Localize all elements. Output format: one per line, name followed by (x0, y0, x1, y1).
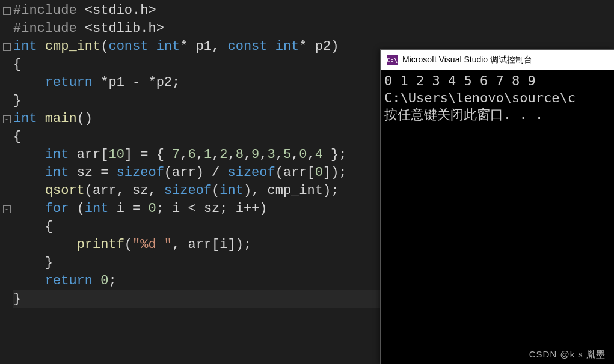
fold-toggle[interactable]: - (3, 205, 11, 213)
fold-line (7, 56, 7, 74)
debug-console-window[interactable]: C:\ Microsoft Visual Studio 调试控制台 0 1 2 … (380, 49, 614, 364)
code-line[interactable]: { (13, 128, 380, 146)
fold-gutter: ---- (0, 0, 13, 364)
code-area[interactable]: #include <stdio.h>#include <stdlib.h>int… (13, 0, 380, 364)
code-line[interactable]: } (13, 290, 380, 308)
fold-toggle[interactable]: - (3, 7, 11, 15)
code-line[interactable]: { (13, 56, 380, 74)
code-line[interactable]: { (13, 218, 380, 236)
fold-line (7, 146, 7, 164)
vs-icon: C:\ (387, 55, 398, 65)
fold-line (7, 128, 7, 146)
code-line[interactable]: return 0; (13, 272, 380, 290)
code-line[interactable]: printf("%d ", arr[i]); (13, 236, 380, 254)
fold-line (7, 182, 7, 200)
code-line[interactable]: for (int i = 0; i < sz; i++) (13, 200, 380, 218)
code-editor[interactable]: ---- #include <stdio.h>#include <stdlib.… (0, 0, 380, 364)
fold-toggle[interactable]: - (3, 115, 11, 123)
console-title: Microsoft Visual Studio 调试控制台 (402, 55, 532, 65)
code-line[interactable]: } (13, 254, 380, 272)
fold-line (7, 218, 7, 236)
code-line[interactable]: return *p1 - *p2; (13, 74, 380, 92)
code-line[interactable]: int cmp_int(const int* p1, const int* p2… (13, 38, 380, 56)
code-line[interactable]: qsort(arr, sz, sizeof(int), cmp_int); (13, 182, 380, 200)
fold-line (7, 20, 7, 38)
fold-line (7, 164, 7, 182)
code-line[interactable]: int main() (13, 110, 380, 128)
fold-line (7, 290, 7, 308)
console-output: 0 1 2 3 4 5 6 7 8 9 C:\Users\lenovo\sour… (381, 70, 614, 126)
fold-line (7, 254, 7, 272)
code-line[interactable]: } (13, 92, 380, 110)
fold-line (7, 74, 7, 92)
fold-line (7, 236, 7, 254)
console-titlebar[interactable]: C:\ Microsoft Visual Studio 调试控制台 (381, 50, 614, 70)
code-line[interactable]: #include <stdlib.h> (13, 20, 380, 38)
fold-toggle[interactable]: - (3, 43, 11, 51)
code-line[interactable]: int arr[10] = { 7,6,1,2,8,9,3,5,0,4 }; (13, 146, 380, 164)
fold-line (7, 272, 7, 290)
fold-line (7, 92, 7, 110)
code-line[interactable]: int sz = sizeof(arr) / sizeof(arr[0]); (13, 164, 380, 182)
code-line[interactable]: #include <stdio.h> (13, 2, 380, 20)
watermark: CSDN @k s 胤墨 (529, 349, 606, 360)
